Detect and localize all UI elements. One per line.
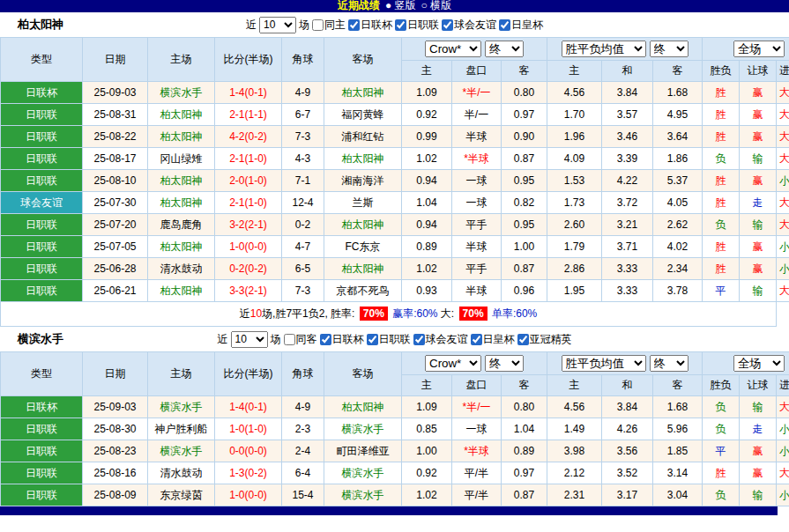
- euro-home-odds-cell: 1.95: [547, 280, 602, 302]
- home-team-cell: 横滨水手: [148, 82, 215, 104]
- goals-result-cell: 大: [777, 462, 789, 484]
- match-row: 日职联 25-06-28 清水鼓动 0-2(0-2) 6-5 柏太阳神 1.02…: [1, 258, 789, 280]
- league-input[interactable]: [320, 334, 331, 345]
- col-result: 胜负: [703, 375, 740, 396]
- col-euro-draw: 和: [602, 61, 653, 82]
- match-date-cell: 25-08-31: [83, 104, 148, 126]
- asian-home-odds-cell: 0.93: [402, 280, 452, 302]
- league-filter-checkbox[interactable]: 日职联: [367, 332, 411, 347]
- result-cell: 胜: [703, 82, 740, 104]
- asian-away-odds-cell: 0.95: [502, 170, 547, 192]
- euro-home-odds-cell: 2.60: [547, 214, 602, 236]
- league-label: 球会友谊: [426, 332, 468, 347]
- away-team-cell: 京都不死鸟: [324, 280, 402, 302]
- league-label: 日联杯: [361, 18, 392, 33]
- league-filter-checkbox[interactable]: 日皇杯: [499, 18, 543, 33]
- asian-home-odds-cell: 1.02: [402, 258, 452, 280]
- league-input[interactable]: [517, 334, 529, 345]
- euro-draw-odds-cell: 3.84: [602, 396, 653, 418]
- asian-line-cell: 平手: [452, 214, 502, 236]
- score-cell: 1-3(0-2): [215, 462, 282, 484]
- handicap-result-cell: 输: [740, 396, 777, 418]
- asian-final-select[interactable]: 终: [485, 41, 524, 57]
- asian-away-odds-cell: 0.97: [502, 462, 547, 484]
- same-home-input[interactable]: [312, 19, 324, 31]
- league-input[interactable]: [348, 19, 360, 31]
- home-team-cell: 柏太阳神: [148, 170, 215, 192]
- euro-avg-select[interactable]: 胜平负均值: [562, 41, 646, 57]
- asian-odds-header: Crow*终: [402, 352, 547, 375]
- layout-horizontal-radio[interactable]: ○ 横版: [421, 0, 452, 11]
- full-match-select[interactable]: 全场: [733, 355, 785, 372]
- same-away-input[interactable]: [284, 334, 295, 345]
- handicap-result-cell: 赢: [740, 462, 777, 484]
- league-filter-checkbox[interactable]: 日皇杯: [471, 332, 515, 347]
- league-input[interactable]: [471, 334, 482, 345]
- asian-home-odds-cell: 0.94: [402, 170, 452, 192]
- score-cell: 3-3(2-1): [215, 280, 282, 302]
- match-row: 日职联 25-08-16 清水鼓动 1-3(0-2) 6-4 横滨水手 0.92…: [1, 462, 789, 484]
- radio-selected-icon: ●: [385, 0, 391, 11]
- same-away-checkbox[interactable]: 同客: [284, 332, 317, 347]
- recent-count-select[interactable]: 10: [259, 17, 296, 33]
- match-row: 日职联 25-07-05 柏太阳神 1-0(0-0) 4-7 FC东京 0.89…: [1, 236, 789, 258]
- corners-cell: 4-9: [282, 82, 324, 104]
- match-row: 日职联 25-08-17 冈山绿雉 2-1(1-0) 4-3 柏太阳神 1.02…: [1, 148, 789, 170]
- near-label: 近: [218, 332, 228, 347]
- recent-count-select[interactable]: 10: [231, 331, 268, 348]
- euro-home-odds-cell: 1.49: [547, 418, 602, 440]
- goals-result-cell: 小: [777, 484, 789, 506]
- euro-home-odds-cell: 4.09: [547, 148, 602, 170]
- match-type-cell: 日职联: [1, 258, 83, 280]
- match-type-cell: 日职联: [1, 280, 83, 302]
- asian-home-odds-cell: 0.92: [402, 104, 452, 126]
- league-input[interactable]: [367, 334, 378, 345]
- col-home: 主场: [148, 38, 215, 82]
- full-match-select[interactable]: 全场: [733, 41, 785, 57]
- result-header: 全场: [703, 38, 789, 61]
- col-corner: 角球: [282, 352, 324, 396]
- col-euro-away: 客: [653, 61, 703, 82]
- euro-avg-select[interactable]: 胜平负均值: [562, 355, 646, 372]
- euro-final-select[interactable]: 终: [650, 41, 689, 57]
- league-filter-checkbox[interactable]: 日联杯: [348, 18, 392, 33]
- euro-final-select[interactable]: 终: [650, 355, 689, 372]
- match-row: 日联杯 25-09-03 横滨水手 1-4(0-1) 4-9 柏太阳神 1.09…: [1, 82, 789, 104]
- euro-home-odds-cell: 4.56: [547, 396, 602, 418]
- asian-final-select[interactable]: 终: [485, 355, 524, 372]
- league-input[interactable]: [442, 19, 453, 31]
- league-filter-checkbox[interactable]: 球会友谊: [442, 18, 496, 33]
- league-filter-checkbox[interactable]: 日职联: [395, 18, 439, 33]
- col-away: 客场: [324, 38, 402, 82]
- home-team-cell: 柏太阳神: [148, 280, 215, 302]
- layout-vertical-label: 竖版: [395, 0, 416, 11]
- col-handicap: 让球: [740, 61, 777, 82]
- league-filter-checkbox[interactable]: 球会友谊: [413, 332, 468, 347]
- score-cell: 1-0(1-0): [215, 418, 282, 440]
- bookmaker-select[interactable]: Crow*: [425, 355, 481, 372]
- euro-away-odds-cell: 4.02: [653, 236, 703, 258]
- bookmaker-select[interactable]: Crow*: [425, 41, 481, 57]
- league-input[interactable]: [395, 19, 406, 31]
- score-cell: 3-2(2-1): [215, 214, 282, 236]
- same-home-checkbox[interactable]: 同主: [312, 18, 346, 33]
- away-team-cell: 横滨水手: [324, 462, 402, 484]
- corners-cell: 2-3: [282, 418, 324, 440]
- league-input[interactable]: [499, 19, 510, 31]
- team-section-kashiwa: 柏太阳神 近 10 场 同主 日联杯 日职联 球会友谊 日皇杯 类型 日期 主场…: [0, 12, 789, 327]
- goals-result-cell: 大: [777, 82, 789, 104]
- asian-line-cell: *半/一: [452, 82, 502, 104]
- euro-home-odds-cell: 4.56: [547, 82, 602, 104]
- match-type-cell: 日联杯: [1, 396, 83, 418]
- asian-away-odds-cell: 0.82: [502, 192, 547, 214]
- league-filter-checkbox[interactable]: 日联杯: [320, 332, 364, 347]
- match-type-cell: 日职联: [1, 440, 83, 462]
- asian-home-odds-cell: 1.02: [402, 484, 452, 506]
- result-cell: 胜: [703, 192, 740, 214]
- layout-vertical-radio[interactable]: ● 竖版: [385, 0, 416, 11]
- league-filter-checkbox[interactable]: 亚冠精英: [517, 332, 572, 347]
- goals-result-cell: 小: [777, 440, 789, 462]
- league-input[interactable]: [413, 334, 425, 345]
- result-cell: 胜: [703, 170, 740, 192]
- score-cell: 2-0(1-0): [215, 170, 282, 192]
